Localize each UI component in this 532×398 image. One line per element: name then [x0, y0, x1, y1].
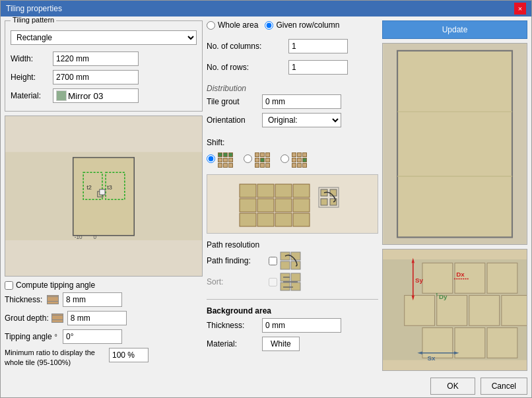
- svg-rect-18: [240, 213, 256, 226]
- separator: [207, 299, 378, 300]
- bg-thickness-row: Thickness:: [207, 318, 378, 333]
- rows-input[interactable]: [288, 60, 348, 75]
- shift-radio-2[interactable]: [244, 154, 252, 163]
- grout-depth-input[interactable]: [67, 311, 127, 325]
- tiling-pattern-dropdown[interactable]: Rectangle Hexagon Diagonal Custom: [11, 30, 197, 45]
- given-row-col-radio[interactable]: [265, 21, 273, 30]
- background-area-section: Background area Thickness: Material: Whi…: [207, 306, 378, 355]
- svg-rect-48: [455, 328, 485, 358]
- shift-section: Shift:: [207, 138, 378, 168]
- width-input[interactable]: [53, 51, 139, 66]
- path-resolution-label: Path resolution: [207, 240, 378, 249]
- svg-rect-12: [275, 184, 292, 197]
- columns-input[interactable]: [288, 39, 348, 53]
- dialog-buttons: OK Cancel: [1, 375, 531, 397]
- shift-option-3: [281, 150, 307, 168]
- whole-area-radio[interactable]: [207, 21, 215, 30]
- svg-rect-33: [281, 282, 290, 290]
- grout-depth-label: Grout depth:: [5, 314, 49, 323]
- svg-rect-11: [257, 184, 274, 197]
- sort-checkbox[interactable]: [269, 278, 277, 286]
- orientation-dropdown[interactable]: Original: Rotated 90° Rotated 180° Rotat…: [262, 113, 341, 127]
- svg-rect-1: [73, 158, 134, 236]
- given-row-col-label[interactable]: Given row/column: [276, 20, 339, 30]
- sort-row: Sort:: [207, 273, 378, 291]
- given-row-col-option: Given row/column: [265, 20, 339, 30]
- path-finding-checkbox[interactable]: [269, 257, 277, 265]
- distribution-label: Distribution: [207, 84, 378, 93]
- pattern-diagram: Sx Sy Dx Dy: [382, 249, 527, 371]
- update-button[interactable]: Update: [382, 20, 527, 39]
- left-preview: t2 t3 -10 0: [5, 116, 203, 277]
- tipping-angle-input[interactable]: [63, 329, 122, 344]
- path-finding-label: Path finding:: [207, 256, 266, 265]
- thickness-row: Thickness:: [5, 292, 203, 307]
- path-finding-row: Path finding:: [207, 251, 378, 270]
- svg-rect-21: [293, 213, 310, 226]
- svg-rect-24: [330, 189, 337, 196]
- svg-rect-43: [405, 296, 435, 326]
- width-row: Width:: [11, 51, 197, 66]
- svg-text:Dx: Dx: [456, 271, 465, 279]
- left-panel: Tiling pattern Rectangle Hexagon Diagona…: [5, 20, 203, 371]
- shift-label: Shift:: [207, 138, 378, 147]
- svg-rect-15: [257, 199, 274, 212]
- sort-label: Sort:: [207, 277, 266, 286]
- main-content: Tiling pattern Rectangle Hexagon Diagona…: [1, 17, 531, 375]
- tile-grout-label: Tile grout: [207, 97, 259, 106]
- white-material-button[interactable]: White: [262, 337, 300, 351]
- svg-rect-32: [291, 273, 300, 281]
- area-radio-group: Whole area Given row/column: [207, 20, 378, 34]
- svg-rect-28: [291, 252, 300, 260]
- tiling-pattern-group: Tiling pattern Rectangle Hexagon Diagona…: [5, 20, 203, 112]
- right-panel: Update: [382, 20, 527, 371]
- svg-rect-49: [487, 328, 517, 358]
- svg-rect-14: [240, 199, 256, 212]
- shift-icon-3[interactable]: [292, 150, 307, 168]
- tile-grout-row: Tile grout: [207, 94, 378, 109]
- shift-radio-1[interactable]: [207, 154, 215, 163]
- thickness-label: Thickness:: [5, 295, 44, 304]
- shift-option-1: [207, 150, 233, 168]
- material-color-swatch: [56, 90, 67, 101]
- tipping-angle-symbol: °: [55, 333, 57, 341]
- shift-radio-3[interactable]: [281, 154, 289, 163]
- min-ratio-input[interactable]: [109, 348, 149, 362]
- compute-tipping-row: Compute tipping angle: [5, 281, 203, 290]
- ok-button[interactable]: OK: [430, 378, 475, 395]
- svg-text:t2: t2: [86, 184, 92, 191]
- svg-rect-9: [100, 189, 105, 195]
- cancel-button[interactable]: Cancel: [481, 378, 527, 395]
- svg-rect-45: [469, 296, 500, 326]
- tile-grout-input[interactable]: [262, 94, 341, 109]
- height-input[interactable]: [53, 70, 139, 84]
- svg-rect-17: [293, 199, 310, 212]
- shift-icon-1[interactable]: [218, 150, 233, 168]
- thickness-input[interactable]: [63, 292, 122, 307]
- material-value: Mirror 03: [68, 91, 103, 101]
- thickness-icon: [47, 295, 59, 304]
- shift-preview: [207, 174, 378, 234]
- orientation-label: Orientation: [207, 116, 259, 125]
- close-button[interactable]: ×: [514, 3, 526, 15]
- bottom-section: Compute tipping angle Thickness: Grout d…: [5, 281, 203, 371]
- whole-area-label[interactable]: Whole area: [218, 20, 258, 30]
- material-button[interactable]: Mirror 03: [53, 88, 139, 103]
- middle-panel: Whole area Given row/column No. of colum…: [207, 20, 378, 371]
- svg-rect-40: [422, 263, 453, 294]
- svg-rect-30: [291, 261, 300, 269]
- compute-tipping-label[interactable]: Compute tipping angle: [16, 281, 95, 290]
- bg-thickness-input[interactable]: [262, 318, 341, 333]
- background-area-label: Background area: [207, 306, 378, 315]
- shift-icon-2[interactable]: [255, 150, 270, 168]
- dialog-container: Tiling properties × Tiling pattern Recta…: [0, 0, 532, 398]
- top-right-svg: [383, 44, 527, 244]
- whole-area-option: Whole area: [207, 20, 258, 30]
- svg-rect-46: [502, 296, 527, 326]
- path-finding-icon: [280, 251, 301, 270]
- compute-tipping-checkbox[interactable]: [5, 281, 13, 290]
- svg-rect-42: [487, 263, 517, 294]
- svg-rect-16: [275, 199, 292, 212]
- bg-thickness-label: Thickness:: [207, 321, 259, 330]
- svg-text:Sx: Sx: [428, 354, 436, 362]
